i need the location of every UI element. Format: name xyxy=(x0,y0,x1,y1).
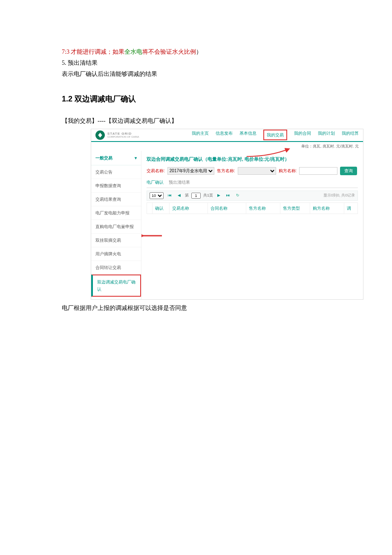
nav-basic[interactable]: 基本信息 xyxy=(239,130,257,140)
gh-confirm[interactable]: 确认 xyxy=(153,203,170,214)
intro-red-b: 将不会验证水火比例 xyxy=(142,49,196,55)
breadcrumb-text: 【我的交易】----【双边调减交易电厂确认】 xyxy=(62,116,334,126)
chevron-down-icon: ▾ xyxy=(135,154,137,162)
pager-page-prefix: 第 xyxy=(185,192,189,199)
app-logo: STATE GRID CORPORATION OF CHINA xyxy=(95,130,139,140)
sidebar-header-label: 一般交易 xyxy=(95,154,112,162)
sidebar-item-result-query[interactable]: 交易结果查询 xyxy=(91,193,141,206)
intro-line-3: 表示电厂确认后出清能够调减的结果 xyxy=(62,69,334,79)
logo-subtitle: CORPORATION OF CHINA xyxy=(107,136,139,138)
seller-select[interactable] xyxy=(238,167,276,175)
pager-first-icon[interactable]: ⏮ xyxy=(166,192,173,199)
grid-checkbox-col[interactable] xyxy=(147,203,153,214)
unit-bar: 单位：兆瓦. 兆瓦时. 元/兆瓦时. 元 xyxy=(91,142,363,151)
gh-adjust[interactable]: 调 xyxy=(344,203,357,214)
top-nav: 我的主页 信息发布 基本信息 我的交易 我的合同 我的计划 我的结算 xyxy=(192,130,359,140)
intro-line-2: 5. 预出清结果 xyxy=(62,58,334,68)
intro-paren: ） xyxy=(196,49,202,55)
pager-page-input[interactable] xyxy=(191,193,201,199)
sidebar-item-bilateral-reduce[interactable]: 双边调减交易电厂确认 xyxy=(91,275,141,297)
sidebar-item-announcement[interactable]: 交易公告 xyxy=(91,165,141,179)
logo-title: STATE GRID xyxy=(107,132,139,136)
footer-note: 电厂根据用户上报的调减根据可以选择是否同意 xyxy=(62,303,334,313)
trade-name-select[interactable]: 2017年9月全水电用户 xyxy=(167,167,214,175)
refresh-icon[interactable]: ↻ xyxy=(234,192,241,199)
sidebar-item-user-thermal[interactable]: 用户摘牌火电 xyxy=(91,247,141,261)
tab-preclear[interactable]: 预出清结果 xyxy=(169,179,190,186)
query-button[interactable]: 查询 xyxy=(340,167,357,175)
pager-row: 10 ⏮ ◀ 第 共1页 ▶ ⏭ ↻ 显示0到0, 共0记录 xyxy=(147,191,358,201)
filter-row: 交易名称: 2017年9月全水电用户 售方名称: 购方名称: 查询 xyxy=(147,167,358,175)
pager-last-icon[interactable]: ⏭ xyxy=(225,192,232,199)
sidebar: 一般交易 ▾ 交易公告 申报数据查询 交易结果查询 电厂发电能力申报 直购电电厂… xyxy=(91,151,141,299)
gh-buyer-name[interactable]: 购方名称 xyxy=(310,203,344,214)
nav-my-trade[interactable]: 我的交易 xyxy=(263,130,287,140)
content-area: 双边合同调减交易电厂确认（电量单位:兆瓦时, 电价单位:元/兆瓦时） 交易名称:… xyxy=(141,151,363,299)
nav-plan[interactable]: 我的计划 xyxy=(318,130,335,140)
nav-settle[interactable]: 我的结算 xyxy=(342,130,359,140)
intro-red-a: 7:3 才能进行调减；如果 xyxy=(62,49,124,55)
sidebar-item-capacity-report[interactable]: 电厂发电能力申报 xyxy=(91,206,141,220)
intro-green: 全水电 xyxy=(124,49,142,55)
intro-line-1: 7:3 才能进行调减；如果全水电将不会验证水火比例） xyxy=(62,47,334,57)
page-title: 双边合同调减交易电厂确认（电量单位:兆瓦时, 电价单位:元/兆瓦时） xyxy=(147,155,358,163)
logo-icon xyxy=(95,130,105,140)
buyer-input[interactable] xyxy=(299,167,337,175)
pager-total-pages: 共1页 xyxy=(203,192,213,199)
nav-contract[interactable]: 我的合同 xyxy=(294,130,311,140)
nav-home[interactable]: 我的主页 xyxy=(192,130,209,140)
section-heading: 1.2 双边调减电厂确认 xyxy=(62,92,334,106)
page-size-select[interactable]: 10 xyxy=(150,192,164,199)
sidebar-header[interactable]: 一般交易 ▾ xyxy=(91,151,141,165)
pager-info: 显示0到0, 共0记录 xyxy=(323,192,355,199)
gh-seller-name[interactable]: 售方名称 xyxy=(246,203,280,214)
nav-info[interactable]: 信息发布 xyxy=(216,130,233,140)
label-trade-name: 交易名称: xyxy=(147,167,165,174)
tab-row: 电厂确认 预出清结果 xyxy=(147,179,358,188)
sidebar-item-contract-transfer[interactable]: 合同转让交易 xyxy=(91,261,141,275)
sidebar-item-report-query[interactable]: 申报数据查询 xyxy=(91,179,141,193)
label-buyer: 购方名称: xyxy=(279,167,297,174)
app-screenshot: STATE GRID CORPORATION OF CHINA 我的主页 信息发… xyxy=(91,129,363,300)
sidebar-item-double-listing[interactable]: 双挂双摘交易 xyxy=(91,234,141,247)
gh-trade-name[interactable]: 交易名称 xyxy=(170,203,208,214)
gh-seller-type[interactable]: 售方类型 xyxy=(280,203,310,214)
tab-confirm[interactable]: 电厂确认 xyxy=(147,179,164,186)
grid-header: 确认 交易名称 合同名称 售方名称 售方类型 购方名称 调 xyxy=(147,202,358,214)
pager-next-icon[interactable]: ▶ xyxy=(216,192,222,199)
pager-prev-icon[interactable]: ◀ xyxy=(176,192,182,199)
sidebar-item-direct-report[interactable]: 直购电电厂电量申报 xyxy=(91,220,141,234)
gh-contract-name[interactable]: 合同名称 xyxy=(208,203,246,214)
top-bar: STATE GRID CORPORATION OF CHINA 我的主页 信息发… xyxy=(91,129,363,142)
label-seller: 售方名称: xyxy=(217,167,235,174)
